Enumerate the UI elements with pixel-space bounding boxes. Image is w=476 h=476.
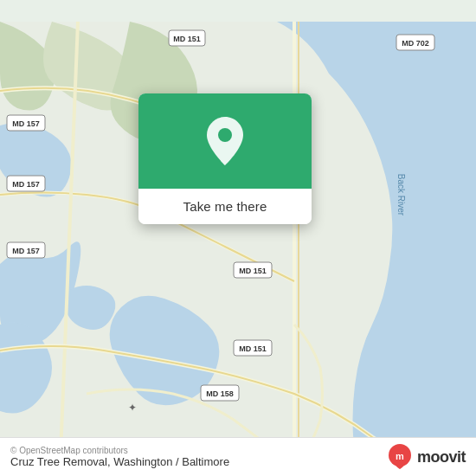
moovit-brand-text: moovit <box>417 448 466 466</box>
svg-text:m: m <box>396 451 404 461</box>
popup-green-area <box>138 93 312 189</box>
svg-text:MD 157: MD 157 <box>12 247 40 255</box>
popup-card: Take me there <box>138 93 312 224</box>
svg-text:MD 151: MD 151 <box>239 267 267 275</box>
bottom-bar: © OpenStreetMap contributors Cruz Tree R… <box>0 437 476 476</box>
map-container: MD 151 MD 702 MD 157 MD 157 MD 157 Back … <box>0 0 476 476</box>
svg-point-22 <box>218 128 232 142</box>
svg-text:MD 157: MD 157 <box>12 180 40 189</box>
svg-text:MD 158: MD 158 <box>206 389 234 398</box>
location-pin-icon <box>203 115 248 167</box>
svg-text:MD 157: MD 157 <box>12 119 40 128</box>
svg-text:Back River: Back River <box>396 174 406 216</box>
attribution-text: © OpenStreetMap contributors <box>10 446 229 455</box>
bottom-left-info: © OpenStreetMap contributors Cruz Tree R… <box>10 446 229 468</box>
moovit-brand-icon: m <box>386 443 414 471</box>
location-name: Cruz Tree Removal, Washington / Baltimor… <box>10 455 229 468</box>
svg-text:✦: ✦ <box>128 402 137 414</box>
moovit-logo: m moovit <box>386 443 466 471</box>
svg-text:MD 151: MD 151 <box>239 344 267 353</box>
svg-text:MD 702: MD 702 <box>402 39 429 48</box>
take-me-there-button[interactable]: Take me there <box>138 189 312 224</box>
map-background: MD 151 MD 702 MD 157 MD 157 MD 157 Back … <box>0 0 476 476</box>
svg-text:MD 151: MD 151 <box>173 35 201 43</box>
